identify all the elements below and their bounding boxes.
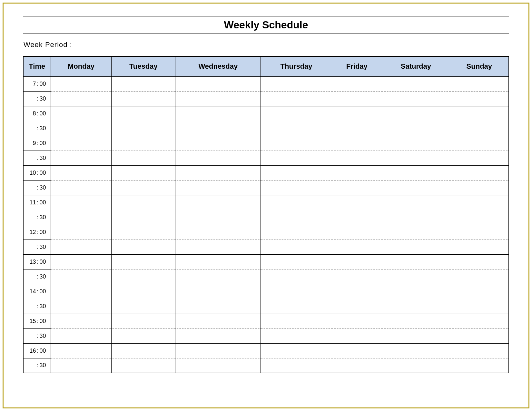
schedule-cell[interactable] [175,254,261,269]
schedule-cell[interactable] [450,314,509,328]
schedule-cell[interactable] [382,195,450,210]
schedule-cell[interactable] [51,269,112,284]
schedule-cell[interactable] [51,284,112,299]
schedule-cell[interactable] [51,328,112,343]
schedule-cell[interactable] [450,254,509,269]
schedule-cell[interactable] [51,91,112,106]
schedule-cell[interactable] [450,225,509,240]
schedule-cell[interactable] [261,269,332,284]
schedule-cell[interactable] [261,328,332,343]
schedule-cell[interactable] [332,121,382,136]
schedule-cell[interactable] [175,91,261,106]
schedule-cell[interactable] [261,314,332,328]
schedule-cell[interactable] [450,343,509,358]
schedule-cell[interactable] [175,358,261,373]
schedule-cell[interactable] [261,284,332,299]
schedule-cell[interactable] [112,328,175,343]
schedule-cell[interactable] [112,210,175,225]
schedule-cell[interactable] [382,314,450,328]
schedule-cell[interactable] [51,225,112,240]
schedule-cell[interactable] [112,91,175,106]
schedule-cell[interactable] [175,151,261,165]
schedule-cell[interactable] [382,136,450,151]
schedule-cell[interactable] [450,269,509,284]
schedule-cell[interactable] [51,76,112,91]
schedule-cell[interactable] [332,284,382,299]
schedule-cell[interactable] [112,195,175,210]
schedule-cell[interactable] [51,299,112,314]
schedule-cell[interactable] [382,180,450,195]
schedule-cell[interactable] [112,151,175,165]
schedule-cell[interactable] [332,254,382,269]
schedule-cell[interactable] [261,210,332,225]
schedule-cell[interactable] [450,136,509,151]
schedule-cell[interactable] [51,106,112,121]
schedule-cell[interactable] [51,240,112,254]
schedule-cell[interactable] [382,76,450,91]
schedule-cell[interactable] [261,343,332,358]
schedule-cell[interactable] [332,76,382,91]
schedule-cell[interactable] [382,210,450,225]
schedule-cell[interactable] [261,299,332,314]
schedule-cell[interactable] [382,254,450,269]
schedule-cell[interactable] [261,195,332,210]
schedule-cell[interactable] [450,180,509,195]
schedule-cell[interactable] [261,76,332,91]
schedule-cell[interactable] [261,91,332,106]
schedule-cell[interactable] [51,121,112,136]
schedule-cell[interactable] [51,165,112,180]
schedule-cell[interactable] [382,328,450,343]
schedule-cell[interactable] [450,195,509,210]
schedule-cell[interactable] [112,225,175,240]
schedule-cell[interactable] [382,106,450,121]
schedule-cell[interactable] [450,165,509,180]
schedule-cell[interactable] [175,314,261,328]
schedule-cell[interactable] [332,358,382,373]
schedule-cell[interactable] [261,121,332,136]
schedule-cell[interactable] [112,269,175,284]
schedule-cell[interactable] [112,284,175,299]
schedule-cell[interactable] [332,165,382,180]
schedule-cell[interactable] [112,106,175,121]
schedule-cell[interactable] [450,121,509,136]
schedule-cell[interactable] [332,195,382,210]
schedule-cell[interactable] [175,165,261,180]
schedule-cell[interactable] [382,299,450,314]
schedule-cell[interactable] [175,343,261,358]
schedule-cell[interactable] [382,151,450,165]
schedule-cell[interactable] [261,151,332,165]
schedule-cell[interactable] [112,76,175,91]
schedule-cell[interactable] [261,254,332,269]
schedule-cell[interactable] [382,358,450,373]
schedule-cell[interactable] [450,76,509,91]
schedule-cell[interactable] [382,284,450,299]
schedule-cell[interactable] [332,151,382,165]
schedule-cell[interactable] [51,314,112,328]
schedule-cell[interactable] [175,284,261,299]
schedule-cell[interactable] [332,225,382,240]
schedule-cell[interactable] [112,136,175,151]
schedule-cell[interactable] [112,240,175,254]
schedule-cell[interactable] [112,165,175,180]
schedule-cell[interactable] [332,343,382,358]
schedule-cell[interactable] [450,106,509,121]
schedule-cell[interactable] [112,299,175,314]
schedule-cell[interactable] [382,165,450,180]
schedule-cell[interactable] [332,136,382,151]
schedule-cell[interactable] [175,76,261,91]
schedule-cell[interactable] [175,121,261,136]
schedule-cell[interactable] [175,225,261,240]
schedule-cell[interactable] [261,358,332,373]
schedule-cell[interactable] [112,254,175,269]
schedule-cell[interactable] [332,180,382,195]
schedule-cell[interactable] [112,121,175,136]
schedule-cell[interactable] [450,210,509,225]
schedule-cell[interactable] [450,358,509,373]
schedule-cell[interactable] [51,195,112,210]
schedule-cell[interactable] [261,165,332,180]
schedule-cell[interactable] [261,180,332,195]
schedule-cell[interactable] [112,358,175,373]
schedule-cell[interactable] [450,240,509,254]
schedule-cell[interactable] [51,151,112,165]
schedule-cell[interactable] [51,254,112,269]
